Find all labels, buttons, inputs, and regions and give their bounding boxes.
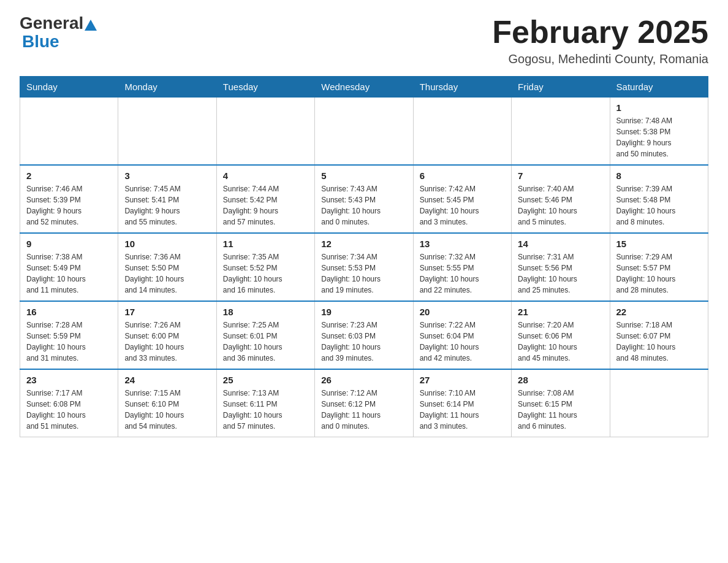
day-number: 19 [321,307,406,317]
day-info: Sunrise: 7:44 AM Sunset: 5:42 PM Dayligh… [223,183,308,228]
day-info: Sunrise: 7:15 AM Sunset: 6:10 PM Dayligh… [124,388,210,432]
calendar-day: 20Sunrise: 7:22 AM Sunset: 6:04 PM Dayli… [413,301,511,369]
day-info: Sunrise: 7:29 AM Sunset: 5:57 PM Dayligh… [616,251,702,296]
day-number: 23 [26,375,112,385]
day-info: Sunrise: 7:26 AM Sunset: 6:00 PM Dayligh… [124,320,210,364]
calendar-day: 4Sunrise: 7:44 AM Sunset: 5:42 PM Daylig… [216,165,314,233]
page-header: General Blue February 2025 Gogosu, Mehed… [20,15,708,66]
day-info: Sunrise: 7:36 AM Sunset: 5:50 PM Dayligh… [124,251,210,296]
calendar-day: 19Sunrise: 7:23 AM Sunset: 6:03 PM Dayli… [315,301,413,369]
day-number: 1 [616,102,702,113]
day-number: 8 [616,170,702,181]
day-info: Sunrise: 7:34 AM Sunset: 5:53 PM Dayligh… [321,251,406,296]
calendar-day: 22Sunrise: 7:18 AM Sunset: 6:07 PM Dayli… [610,301,708,369]
day-number: 25 [223,375,308,385]
calendar-day: 24Sunrise: 7:15 AM Sunset: 6:10 PM Dayli… [118,369,216,437]
day-number: 14 [518,239,603,249]
calendar-day: 9Sunrise: 7:38 AM Sunset: 5:49 PM Daylig… [20,233,118,301]
day-number: 26 [321,375,406,385]
calendar-day [315,98,413,166]
calendar-day: 15Sunrise: 7:29 AM Sunset: 5:57 PM Dayli… [610,233,708,301]
col-header-monday: Monday [118,77,216,98]
day-number: 18 [223,307,308,317]
day-info: Sunrise: 7:25 AM Sunset: 6:01 PM Dayligh… [223,320,308,364]
day-info: Sunrise: 7:12 AM Sunset: 6:12 PM Dayligh… [321,388,406,432]
day-info: Sunrise: 7:17 AM Sunset: 6:08 PM Dayligh… [26,388,112,432]
logo: General Blue [20,15,98,52]
calendar-day: 1Sunrise: 7:48 AM Sunset: 5:38 PM Daylig… [610,98,708,166]
calendar-day: 8Sunrise: 7:39 AM Sunset: 5:48 PM Daylig… [610,165,708,233]
day-info: Sunrise: 7:35 AM Sunset: 5:52 PM Dayligh… [223,251,308,296]
col-header-friday: Friday [512,77,610,98]
day-number: 11 [223,239,308,249]
calendar-day [610,369,708,437]
calendar-header-row: SundayMondayTuesdayWednesdayThursdayFrid… [20,77,708,98]
calendar-day [118,98,216,166]
calendar-day: 3Sunrise: 7:45 AM Sunset: 5:41 PM Daylig… [118,165,216,233]
col-header-wednesday: Wednesday [315,77,413,98]
logo-general-text: General [20,15,83,32]
day-number: 20 [420,307,505,317]
month-title: February 2025 [492,15,708,50]
day-info: Sunrise: 7:46 AM Sunset: 5:39 PM Dayligh… [26,183,112,228]
day-number: 3 [124,170,210,181]
day-number: 9 [26,239,112,249]
day-number: 7 [518,170,603,181]
calendar-day: 14Sunrise: 7:31 AM Sunset: 5:56 PM Dayli… [512,233,610,301]
day-number: 17 [124,307,210,317]
day-number: 28 [518,375,603,385]
day-number: 6 [420,170,505,181]
col-header-saturday: Saturday [610,77,708,98]
col-header-sunday: Sunday [20,77,118,98]
calendar-day [20,98,118,166]
day-info: Sunrise: 7:48 AM Sunset: 5:38 PM Dayligh… [616,115,702,159]
day-number: 27 [420,375,505,385]
calendar-day: 16Sunrise: 7:28 AM Sunset: 5:59 PM Dayli… [20,301,118,369]
col-header-tuesday: Tuesday [216,77,314,98]
day-number: 24 [124,375,210,385]
day-info: Sunrise: 7:32 AM Sunset: 5:55 PM Dayligh… [420,251,505,296]
calendar-day: 21Sunrise: 7:20 AM Sunset: 6:06 PM Dayli… [512,301,610,369]
calendar-day [216,98,314,166]
calendar-day: 23Sunrise: 7:17 AM Sunset: 6:08 PM Dayli… [20,369,118,437]
day-number: 4 [223,170,308,181]
calendar-day: 12Sunrise: 7:34 AM Sunset: 5:53 PM Dayli… [315,233,413,301]
day-info: Sunrise: 7:23 AM Sunset: 6:03 PM Dayligh… [321,320,406,364]
calendar-day: 7Sunrise: 7:40 AM Sunset: 5:46 PM Daylig… [512,165,610,233]
day-info: Sunrise: 7:40 AM Sunset: 5:46 PM Dayligh… [518,183,603,228]
day-number: 15 [616,239,702,249]
calendar-day: 6Sunrise: 7:42 AM Sunset: 5:45 PM Daylig… [413,165,511,233]
col-header-thursday: Thursday [413,77,511,98]
location: Gogosu, Mehedinti County, Romania [492,52,708,66]
day-info: Sunrise: 7:18 AM Sunset: 6:07 PM Dayligh… [616,320,702,364]
calendar-week-row: 2Sunrise: 7:46 AM Sunset: 5:39 PM Daylig… [20,165,708,233]
calendar-day: 27Sunrise: 7:10 AM Sunset: 6:14 PM Dayli… [413,369,511,437]
calendar-table: SundayMondayTuesdayWednesdayThursdayFrid… [20,76,708,437]
calendar-day: 17Sunrise: 7:26 AM Sunset: 6:00 PM Dayli… [118,301,216,369]
day-number: 12 [321,239,406,249]
calendar-day: 13Sunrise: 7:32 AM Sunset: 5:55 PM Dayli… [413,233,511,301]
day-number: 16 [26,307,112,317]
day-info: Sunrise: 7:08 AM Sunset: 6:15 PM Dayligh… [518,388,603,432]
day-info: Sunrise: 7:31 AM Sunset: 5:56 PM Dayligh… [518,251,603,296]
calendar-week-row: 9Sunrise: 7:38 AM Sunset: 5:49 PM Daylig… [20,233,708,301]
day-info: Sunrise: 7:28 AM Sunset: 5:59 PM Dayligh… [26,320,112,364]
day-info: Sunrise: 7:20 AM Sunset: 6:06 PM Dayligh… [518,320,603,364]
day-number: 10 [124,239,210,249]
day-number: 2 [26,170,112,181]
calendar-week-row: 16Sunrise: 7:28 AM Sunset: 5:59 PM Dayli… [20,301,708,369]
calendar-day: 11Sunrise: 7:35 AM Sunset: 5:52 PM Dayli… [216,233,314,301]
calendar-day: 5Sunrise: 7:43 AM Sunset: 5:43 PM Daylig… [315,165,413,233]
calendar-day: 10Sunrise: 7:36 AM Sunset: 5:50 PM Dayli… [118,233,216,301]
logo-blue-text: Blue [22,32,59,51]
day-info: Sunrise: 7:45 AM Sunset: 5:41 PM Dayligh… [124,183,210,228]
day-number: 21 [518,307,603,317]
day-info: Sunrise: 7:22 AM Sunset: 6:04 PM Dayligh… [420,320,505,364]
calendar-week-row: 23Sunrise: 7:17 AM Sunset: 6:08 PM Dayli… [20,369,708,437]
day-info: Sunrise: 7:39 AM Sunset: 5:48 PM Dayligh… [616,183,702,228]
day-info: Sunrise: 7:42 AM Sunset: 5:45 PM Dayligh… [420,183,505,228]
calendar-day: 28Sunrise: 7:08 AM Sunset: 6:15 PM Dayli… [512,369,610,437]
day-info: Sunrise: 7:38 AM Sunset: 5:49 PM Dayligh… [26,251,112,296]
title-block: February 2025 Gogosu, Mehedinti County, … [492,15,708,66]
calendar-day: 18Sunrise: 7:25 AM Sunset: 6:01 PM Dayli… [216,301,314,369]
